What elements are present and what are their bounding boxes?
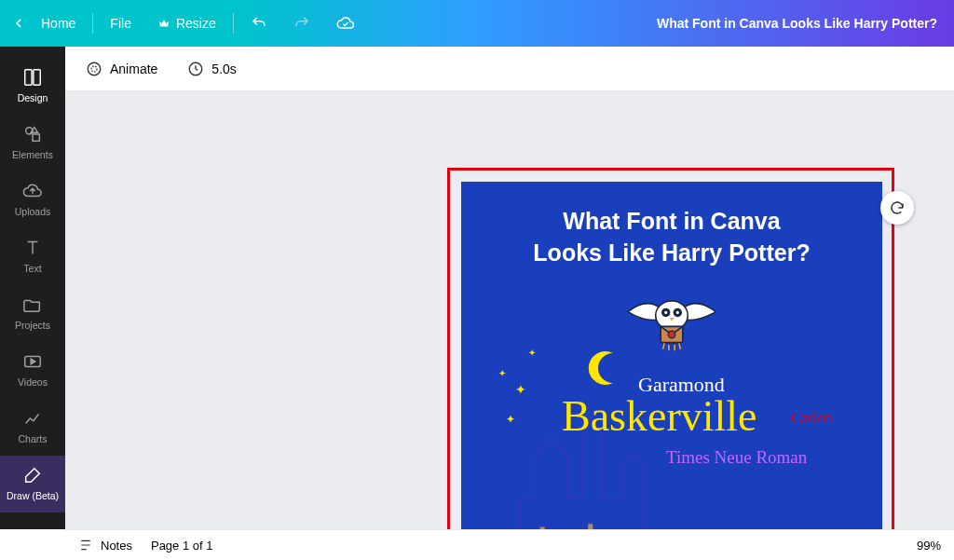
home-label: Home <box>41 16 75 31</box>
divider <box>233 13 234 34</box>
sidebar-label: Videos <box>18 376 48 388</box>
rotate-icon <box>889 199 906 216</box>
elements-icon <box>22 124 43 144</box>
sidebar-item-videos[interactable]: Videos <box>0 342 65 399</box>
sidebar-item-text[interactable]: Text <box>0 228 65 285</box>
clock-icon <box>187 61 204 77</box>
resize-button[interactable]: Resize <box>144 0 229 47</box>
duration-button[interactable]: 5.0s <box>180 57 243 81</box>
headline-line1: What Font in Canva <box>461 206 882 238</box>
page-indicator[interactable]: Page 1 of 1 <box>151 539 213 553</box>
divider <box>92 13 93 34</box>
sidebar-label: Draw (Beta) <box>7 490 59 501</box>
svg-point-5 <box>88 62 101 75</box>
star-icon: ✦ <box>506 413 515 426</box>
videos-icon <box>22 351 43 372</box>
workspace[interactable]: What Font in Canva Looks Like Harry Pott… <box>65 91 954 529</box>
sidebar-label: Elements <box>12 149 53 160</box>
redo-button[interactable] <box>280 0 323 47</box>
sidebar-label: Projects <box>15 320 50 331</box>
zoom-level[interactable]: 99% <box>917 539 941 553</box>
rotate-handle[interactable] <box>880 191 914 225</box>
headline-text[interactable]: What Font in Canva Looks Like Harry Pott… <box>461 182 882 269</box>
sidebar-item-draw[interactable]: Draw (Beta) <box>0 456 65 512</box>
font-sample-caslon[interactable]: Caslon <box>791 410 832 427</box>
projects-icon <box>22 294 43 315</box>
star-icon: ✦ <box>515 382 526 397</box>
page-canvas[interactable]: What Font in Canva Looks Like Harry Pott… <box>461 182 882 529</box>
sidebar-item-charts[interactable]: Charts <box>0 399 65 456</box>
sidebar-item-uploads[interactable]: Uploads <box>0 171 65 228</box>
svg-point-18 <box>668 331 675 338</box>
svg-point-15 <box>664 311 667 314</box>
undo-icon <box>251 15 267 32</box>
selection-highlight: What Font in Canva Looks Like Harry Pott… <box>447 168 894 529</box>
sidebar-label: Text <box>23 263 41 274</box>
back-button[interactable] <box>9 16 28 31</box>
duration-label: 5.0s <box>211 61 236 76</box>
svg-point-16 <box>676 311 679 314</box>
animate-label: Animate <box>110 61 157 76</box>
sidebar-label: Charts <box>19 433 48 444</box>
headline-line2: Looks Like Harry Potter? <box>461 238 882 269</box>
moon-icon[interactable] <box>587 349 624 387</box>
undo-button[interactable] <box>238 0 280 47</box>
redo-icon <box>293 15 310 32</box>
notes-icon <box>78 538 93 553</box>
resize-label: Resize <box>176 16 216 31</box>
sidebar-label: Design <box>18 92 48 103</box>
topbar: Home File Resize What Font in Canva Look… <box>0 0 954 47</box>
bottombar: Notes Page 1 of 1 99% <box>65 529 954 560</box>
svg-rect-0 <box>25 70 32 86</box>
svg-rect-1 <box>34 70 40 86</box>
draw-icon <box>22 465 43 485</box>
file-menu[interactable]: File <box>97 0 144 47</box>
sidebar-item-projects[interactable]: Projects <box>0 285 65 342</box>
star-icon: ✦ <box>528 348 536 358</box>
star-icon: ✦ <box>498 368 506 378</box>
svg-rect-3 <box>33 134 39 141</box>
cloud-sync[interactable] <box>323 0 368 47</box>
font-sample-baskerville[interactable]: Baskerville <box>562 391 757 441</box>
animate-button[interactable]: Animate <box>78 57 165 81</box>
font-sample-times[interactable]: Times Neue Roman <box>666 447 807 468</box>
charts-icon <box>22 408 43 429</box>
sidebar-label: Uploads <box>15 206 51 217</box>
uploads-icon <box>22 181 43 201</box>
svg-point-6 <box>91 66 97 72</box>
text-icon <box>22 238 43 258</box>
canvas-toolbar: Animate 5.0s <box>65 47 954 91</box>
svg-point-12 <box>656 301 688 330</box>
animate-icon <box>86 61 102 77</box>
canvas-area: Animate 5.0s What Font in Canva Looks Li… <box>65 47 954 529</box>
crown-icon <box>157 17 170 30</box>
sidebar-item-elements[interactable]: Elements <box>0 115 65 171</box>
owl-illustration[interactable] <box>620 294 723 352</box>
design-icon <box>22 67 43 88</box>
document-title[interactable]: What Font in Canva Looks Like Harry Pott… <box>657 16 945 31</box>
sidebar: Design Elements Uploads Text Projects Vi… <box>0 47 65 529</box>
sidebar-item-design[interactable]: Design <box>0 58 65 115</box>
home-button[interactable]: Home <box>28 0 89 47</box>
notes-button[interactable]: Notes <box>78 538 132 553</box>
file-label: File <box>110 16 131 31</box>
notes-label: Notes <box>101 539 132 553</box>
cloud-check-icon <box>336 14 355 33</box>
